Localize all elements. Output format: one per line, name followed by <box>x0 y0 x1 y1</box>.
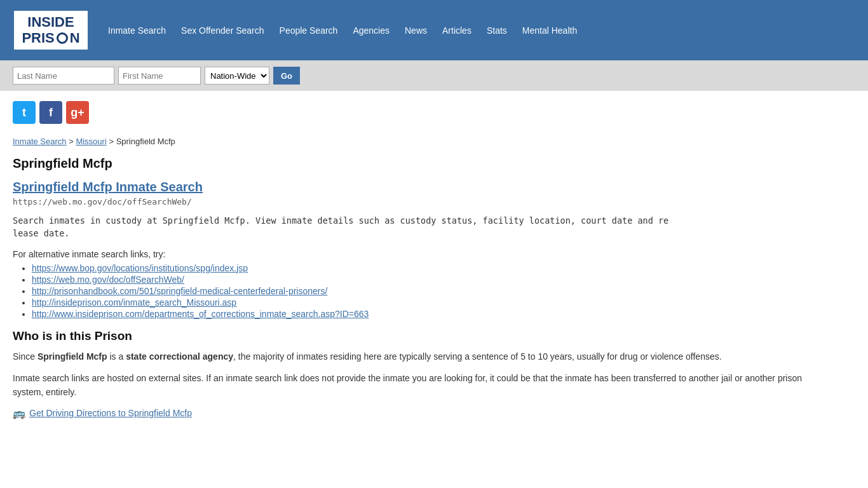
page-title: Springfield Mcfp <box>13 156 813 171</box>
main-facility-link[interactable]: Springfield Mcfp Inmate Search <box>13 180 813 194</box>
alt-link[interactable]: https://web.mo.gov/doc/offSearchWeb/ <box>32 274 184 285</box>
facility-description: Search inmates in custody at Springfield… <box>13 214 813 240</box>
nav-item-stats[interactable]: Stats <box>480 20 513 41</box>
breadcrumb-inmate-search[interactable]: Inmate Search <box>13 137 67 146</box>
nav-item-mental-health[interactable]: Mental Health <box>516 20 583 41</box>
nav-item-agencies[interactable]: Agencies <box>346 20 396 41</box>
nav-item-inmate-search[interactable]: Inmate Search <box>102 20 172 41</box>
directions-label: Get Driving Directions to Springfield Mc… <box>29 408 192 418</box>
header: INSIDE PRISN Inmate SearchSex Offender S… <box>0 0 868 60</box>
who-paragraph1: Since Springfield Mcfp is a state correc… <box>13 349 813 363</box>
nav-item-articles[interactable]: Articles <box>436 20 478 41</box>
google-button[interactable]: g+ <box>66 101 89 124</box>
list-item: http://www.insideprison.com/departments_… <box>32 309 813 319</box>
directions-link[interactable]: 🚌 Get Driving Directions to Springfield … <box>13 407 813 419</box>
breadcrumb-missouri[interactable]: Missouri <box>76 137 106 146</box>
alt-links-intro: For alternative inmate search links, try… <box>13 249 813 259</box>
go-button[interactable]: Go <box>273 67 300 85</box>
list-item: https://www.bop.gov/locations/institutio… <box>32 263 813 273</box>
logo[interactable]: INSIDE PRISN <box>13 10 89 50</box>
who-paragraph2: Inmate search links are hosted on extern… <box>13 371 813 400</box>
breadcrumb-sep2: > <box>109 137 116 146</box>
alt-link[interactable]: https://www.bop.gov/locations/institutio… <box>32 263 248 273</box>
breadcrumb: Inmate Search > Missouri > Springfield M… <box>13 137 813 146</box>
search-bar: Nation-Wide Go <box>0 60 868 91</box>
first-name-input[interactable] <box>118 67 201 85</box>
main-content: Inmate Search > Missouri > Springfield M… <box>0 130 826 438</box>
breadcrumb-sep1: > <box>69 137 76 146</box>
main-nav: Inmate SearchSex Offender SearchPeople S… <box>102 20 868 41</box>
list-item: http://insideprison.com/inmate_search_Mi… <box>32 297 813 308</box>
who-title: Who is in this Prison <box>13 329 813 343</box>
main-url: https://web.mo.gov/doc/offSearchWeb/ <box>13 197 813 207</box>
twitter-button[interactable]: t <box>13 101 36 124</box>
social-icons: t f g+ <box>0 91 868 130</box>
alt-link[interactable]: http://prisonhandbook.com/501/springfiel… <box>32 286 327 296</box>
alt-links-list: https://www.bop.gov/locations/institutio… <box>32 263 813 319</box>
alt-link[interactable]: http://www.insideprison.com/departments_… <box>32 309 369 319</box>
nav-item-news[interactable]: News <box>398 20 433 41</box>
alt-link[interactable]: http://insideprison.com/inmate_search_Mi… <box>32 297 236 308</box>
list-item: http://prisonhandbook.com/501/springfiel… <box>32 286 813 296</box>
breadcrumb-current: Springfield Mcfp <box>116 137 175 146</box>
facebook-button[interactable]: f <box>39 101 62 124</box>
scope-select[interactable]: Nation-Wide <box>205 67 269 85</box>
last-name-input[interactable] <box>13 67 114 85</box>
list-item: https://web.mo.gov/doc/offSearchWeb/ <box>32 274 813 285</box>
nav-item-people-search[interactable]: People Search <box>273 20 344 41</box>
nav-item-sex-offender-search[interactable]: Sex Offender Search <box>175 20 270 41</box>
car-icon: 🚌 <box>13 407 25 419</box>
